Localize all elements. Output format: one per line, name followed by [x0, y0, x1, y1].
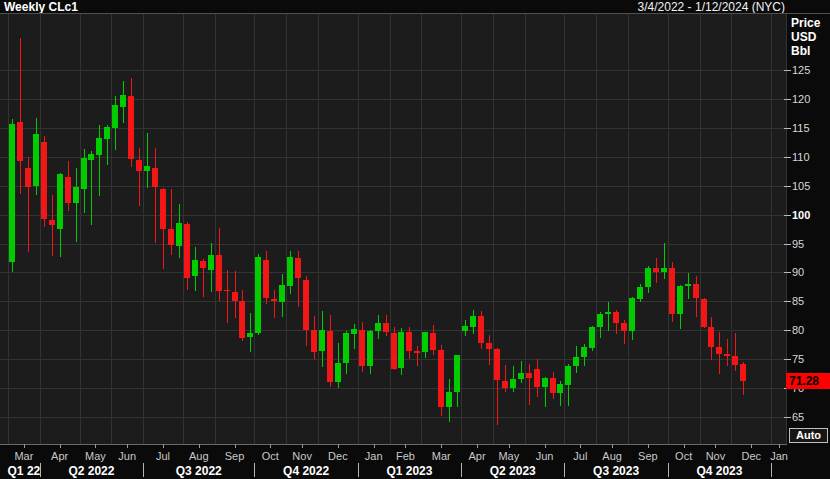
- x-axis-month-label: Feb: [396, 450, 415, 462]
- y-axis-unit-usd: USD: [791, 30, 816, 44]
- gridline-v: [700, 14, 701, 444]
- x-axis-tick-mark: [374, 444, 375, 448]
- candle-wick: [274, 290, 275, 319]
- gridline-v: [111, 14, 112, 444]
- x-axis-tick-mark: [302, 444, 303, 448]
- quarter-divider: [564, 463, 565, 477]
- candlestick: [740, 364, 746, 380]
- candle-wick: [155, 148, 156, 243]
- x-axis-month-label: Mar: [14, 450, 33, 462]
- candle-wick: [76, 168, 77, 242]
- x-axis-month-label: May: [498, 450, 519, 462]
- y-axis-tick-mark: [784, 330, 791, 331]
- candle-wick: [727, 339, 728, 366]
- x-axis-tick-mark: [235, 444, 236, 448]
- x-axis-tick-mark: [612, 444, 613, 448]
- candlestick: [367, 331, 373, 366]
- x-axis-month-label: Jul: [156, 450, 170, 462]
- candlestick: [398, 332, 404, 369]
- x-axis-month-label: Aug: [602, 450, 622, 462]
- candle-wick: [664, 243, 665, 279]
- gridline-v: [461, 14, 462, 444]
- y-axis-unit-price: Price: [791, 16, 820, 30]
- chart-title: Weekly CLc1: [4, 0, 78, 14]
- x-axis-quarter-label: Q3 2022: [176, 464, 222, 478]
- candlestick: [701, 299, 707, 327]
- chart-window: Weekly CLc1 3/4/2022 - 1/12/2024 (NYC) P…: [0, 0, 830, 479]
- candlestick: [200, 261, 206, 268]
- x-axis-month-label: Jun: [536, 450, 554, 462]
- candlestick: [311, 330, 317, 352]
- x-axis-month-label: Nov: [706, 450, 726, 462]
- candlestick: [271, 299, 277, 302]
- x-axis-month-label: Jun: [118, 450, 136, 462]
- x-axis-tick-mark: [127, 444, 128, 448]
- candlestick: [152, 168, 158, 187]
- candlestick: [359, 330, 365, 367]
- y-axis-tick-mark: [784, 215, 791, 216]
- x-axis-tick-mark: [580, 444, 581, 448]
- x-axis-tick-mark: [163, 444, 164, 448]
- gridline-v: [771, 14, 772, 444]
- x-axis-month-label: Nov: [292, 450, 312, 462]
- y-axis-tick-label: 120: [792, 93, 810, 105]
- candlestick: [454, 355, 460, 392]
- auto-scale-button[interactable]: Auto: [789, 428, 828, 443]
- candlestick: [573, 357, 579, 366]
- candlestick: [430, 333, 436, 350]
- x-axis-quarter-label: Q4 2022: [283, 464, 329, 478]
- x-axis-line: [0, 444, 787, 445]
- chart-plot-area[interactable]: [0, 14, 787, 444]
- gridline-v: [525, 14, 526, 444]
- candlestick: [629, 298, 635, 331]
- y-axis-tick-label: 115: [792, 122, 810, 134]
- candlestick: [319, 330, 325, 351]
- y-axis-tick-mark: [784, 99, 791, 100]
- candlestick: [287, 257, 293, 286]
- candlestick: [526, 373, 532, 378]
- candle-wick: [521, 361, 522, 383]
- quarter-divider: [254, 463, 255, 477]
- candlestick: [605, 312, 611, 314]
- x-axis-tick-mark: [95, 444, 96, 448]
- candle-wick: [529, 364, 530, 406]
- candlestick: [621, 323, 627, 331]
- quarter-divider: [358, 463, 359, 477]
- x-axis-tick-mark: [545, 444, 546, 448]
- candlestick: [375, 323, 381, 331]
- y-axis-tick-label: 95: [792, 238, 804, 250]
- x-axis-month-label: May: [85, 450, 106, 462]
- candlestick: [494, 349, 500, 380]
- x-axis-quarter-label: Q1 22: [8, 464, 41, 478]
- candlestick: [9, 124, 15, 262]
- y-axis-tick-label: 75: [792, 353, 804, 365]
- x-axis-tick-mark: [24, 444, 25, 448]
- x-axis-tick-mark: [441, 444, 442, 448]
- candlestick: [128, 96, 134, 159]
- y-axis-tick-mark: [784, 157, 791, 158]
- x-axis-tick-mark: [270, 444, 271, 448]
- x-axis-tick-mark: [509, 444, 510, 448]
- gridline-v: [668, 14, 669, 444]
- y-axis-unit-bbl: Bbl: [791, 44, 810, 58]
- candlestick: [25, 168, 31, 187]
- y-axis-tick-mark: [784, 186, 791, 187]
- quarter-divider: [668, 463, 669, 477]
- candlestick: [247, 333, 253, 337]
- y-axis-tick-label: 90: [792, 266, 804, 278]
- candlestick: [168, 229, 174, 246]
- gridline-v: [628, 14, 629, 444]
- y-axis-tick-mark: [784, 244, 791, 245]
- gridline-v: [254, 14, 255, 444]
- last-price-flag: 71.28: [786, 373, 830, 389]
- x-axis-quarter-label: Q2 2023: [490, 464, 536, 478]
- candle-wick: [227, 270, 228, 323]
- candlestick: [653, 268, 659, 272]
- candlestick: [581, 347, 587, 357]
- y-axis-tick-mark: [784, 272, 791, 273]
- candlestick: [518, 373, 524, 379]
- x-axis-tick-mark: [684, 444, 685, 448]
- candlestick: [406, 332, 412, 351]
- candle-wick: [99, 125, 100, 196]
- candlestick: [160, 189, 166, 229]
